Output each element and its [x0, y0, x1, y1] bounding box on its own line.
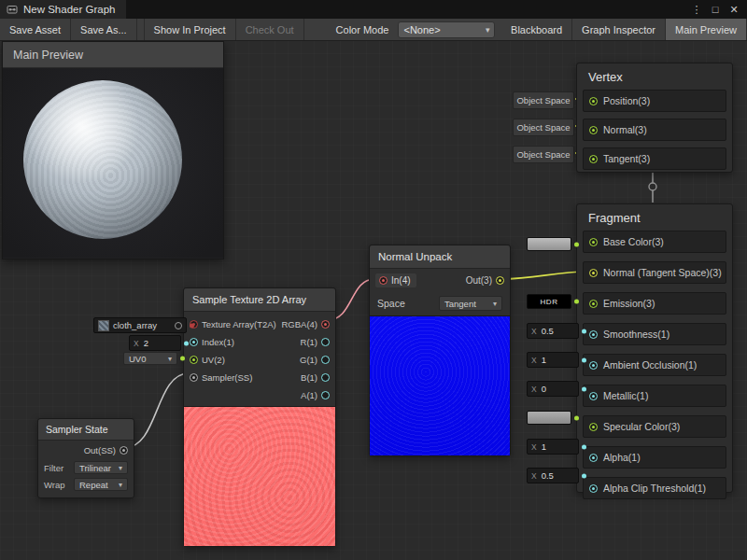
color-mode-label: Color Mode [332, 19, 393, 40]
edge-out-to-normal[interactable] [501, 272, 586, 279]
filter-dropdown[interactable]: Trilinear [74, 461, 128, 474]
port-b-output[interactable] [321, 373, 330, 382]
main-preview-header[interactable]: Main Preview [3, 42, 223, 68]
port-out[interactable] [496, 276, 504, 285]
graph-inspector-toggle-button[interactable]: Graph Inspector [572, 19, 666, 40]
port-tangent[interactable] [589, 155, 598, 163]
port-specular-color[interactable] [589, 423, 598, 431]
normal-unpack-preview [370, 315, 510, 455]
alpha-clip-threshold-field[interactable]: X 0.5 [527, 468, 579, 483]
port-stub [582, 357, 586, 362]
wrap-label: Wrap [44, 480, 65, 490]
save-asset-button[interactable]: Save Asset [0, 19, 71, 40]
row-a: A(1) [184, 386, 335, 404]
port-g-output[interactable] [321, 356, 330, 364]
port-stub [582, 329, 586, 333]
port-stub [574, 242, 579, 246]
alpha-field[interactable]: X 1 [527, 439, 579, 455]
space-label: Space [377, 298, 405, 309]
port-alpha[interactable] [589, 454, 598, 462]
port-metallic[interactable] [589, 392, 598, 400]
fragment-node[interactable]: Fragment Base Color(3) Normal (Tangent S… [576, 203, 733, 493]
cloth-array-object-field[interactable]: cloth_array [93, 317, 187, 333]
blackboard-toggle-button[interactable]: Blackboard [501, 19, 572, 40]
color-mode-dropdown[interactable]: <None> [398, 21, 495, 38]
port-stub [574, 300, 579, 304]
port-index-input[interactable] [190, 338, 198, 346]
space-row: Space Tangent [370, 291, 510, 315]
wrap-row: Wrap Repeat [38, 476, 134, 493]
filter-row: Filter Trilinear [38, 459, 134, 476]
vertex-node[interactable]: Vertex Position(3) Normal(3) Tangent(3) [576, 63, 733, 173]
port-ambient-occlusion[interactable] [589, 361, 598, 370]
emission-hdr-swatch[interactable]: HDR [527, 294, 571, 309]
slot-emission: Emission(3) [583, 292, 726, 315]
maximize-icon[interactable]: □ [708, 2, 723, 17]
object-space-chip-normal[interactable]: Object Space [513, 119, 574, 136]
wrap-dropdown[interactable]: Repeat [74, 478, 128, 491]
object-picker-icon[interactable] [175, 322, 182, 329]
slot-position: Position(3) [583, 90, 726, 112]
port-smoothness[interactable] [589, 330, 598, 339]
texture-array-icon [98, 320, 109, 331]
specular-color-swatch[interactable] [527, 411, 571, 425]
close-icon[interactable]: ✕ [726, 2, 741, 17]
window-title: New Shader Graph [23, 4, 115, 15]
port-in[interactable] [379, 276, 388, 285]
smoothness-field[interactable]: X 0.5 [527, 323, 579, 339]
object-space-chip-tangent[interactable]: Object Space [513, 146, 574, 163]
slot-ambient-occlusion: Ambient Occlusion(1) [583, 354, 726, 376]
base-color-swatch[interactable] [527, 237, 571, 251]
sample-texture-2d-array-node[interactable]: Sample Texture 2D Array Texture Array(T2… [183, 287, 336, 547]
color-mode-value: <None> [403, 24, 440, 35]
port-normal-tangent-space[interactable] [589, 269, 598, 277]
index-field[interactable]: X 2 [129, 335, 181, 351]
check-out-button: Check Out [236, 19, 304, 40]
row-in-out: In(4) Out(3) [370, 269, 510, 291]
row-out-ss: Out(SS) [38, 441, 134, 459]
toolbar: Save Asset Save As... Show In Project Ch… [0, 19, 747, 41]
fragment-node-title[interactable]: Fragment [577, 204, 732, 231]
kebab-menu-icon[interactable]: ⋮ [689, 2, 704, 17]
window-controls: ⋮ □ ✕ [689, 2, 747, 17]
title-bar: New Shader Graph ⋮ □ ✕ [0, 0, 747, 19]
slot-normal: Normal(3) [583, 119, 726, 141]
slot-metallic: Metallic(1) [583, 385, 726, 407]
vertex-node-title[interactable]: Vertex [577, 63, 732, 90]
row-index-r: Index(1) R(1) [184, 333, 335, 351]
slot-normal-tangent-space: Normal (Tangent Space)(3) [583, 261, 726, 284]
port-alpha-clip-threshold[interactable] [589, 484, 598, 493]
port-stub [582, 444, 586, 449]
port-base-color[interactable] [589, 238, 598, 246]
port-sampler-input[interactable] [190, 373, 198, 382]
port-stub [184, 341, 189, 345]
uv-channel-dropdown[interactable]: UV0 [123, 352, 177, 365]
ambient-occlusion-field[interactable]: X 1 [527, 352, 579, 368]
port-emission[interactable] [589, 300, 598, 308]
show-in-project-button[interactable]: Show In Project [144, 19, 236, 40]
slot-tangent: Tangent(3) [583, 147, 726, 170]
port-a-output[interactable] [321, 391, 330, 399]
object-space-chip-position[interactable]: Object Space [513, 91, 574, 109]
slot-alpha-clip-threshold: Alpha Clip Threshold(1) [583, 477, 726, 499]
port-uv-input[interactable] [190, 356, 198, 364]
port-normal[interactable] [589, 126, 598, 134]
connector-dot[interactable] [649, 183, 656, 190]
port-r-output[interactable] [321, 338, 330, 346]
shader-graph-icon [7, 4, 18, 15]
sampler-state-node[interactable]: Sampler State Out(SS) Filter Trilinear W… [37, 418, 134, 498]
normal-unpack-title[interactable]: Normal Unpack [370, 245, 510, 269]
sample-node-title[interactable]: Sample Texture 2D Array [184, 288, 335, 312]
window-tab[interactable]: New Shader Graph [0, 0, 126, 19]
normal-unpack-node[interactable]: Normal Unpack In(4) Out(3) Space Tangent [369, 245, 511, 456]
save-as-button[interactable]: Save As... [71, 19, 137, 40]
metallic-field[interactable]: X 0 [527, 381, 579, 397]
main-preview-toggle-button[interactable]: Main Preview [666, 19, 747, 40]
sample-node-preview [184, 406, 335, 546]
toolbar-right-group: Blackboard Graph Inspector Main Preview [501, 19, 747, 40]
sampler-state-title[interactable]: Sampler State [38, 419, 134, 441]
space-dropdown[interactable]: Tangent [439, 296, 502, 311]
port-position[interactable] [589, 97, 598, 105]
port-rgba-output[interactable] [321, 320, 330, 329]
port-out-ss[interactable] [120, 446, 128, 455]
